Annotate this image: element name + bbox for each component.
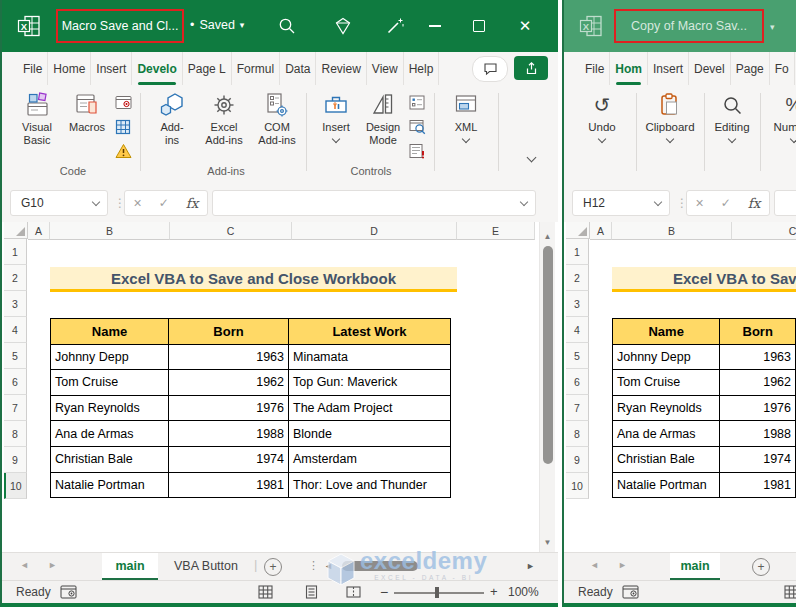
undo-group-button[interactable]: ↺ Undo: [576, 91, 628, 163]
row-header[interactable]: 1: [4, 239, 27, 265]
cell[interactable]: 1963: [720, 344, 796, 370]
zoom-out-button[interactable]: −: [380, 584, 388, 600]
cell[interactable]: 1963: [169, 344, 289, 370]
cell[interactable]: Tom Cruise: [613, 370, 720, 396]
tab-file[interactable]: File: [18, 52, 48, 85]
header-cell[interactable]: Latest Work: [289, 319, 451, 345]
tab-view[interactable]: View: [367, 52, 404, 85]
row-header[interactable]: 8: [566, 421, 589, 447]
properties-button[interactable]: [408, 93, 426, 111]
sheet-nav-right-icon[interactable]: ►: [48, 560, 57, 570]
select-all-corner[interactable]: [566, 222, 590, 239]
row-header[interactable]: 9: [4, 447, 27, 473]
tab-developer[interactable]: Develo: [132, 52, 182, 85]
title-caret-icon[interactable]: ▾: [770, 22, 775, 32]
row-header-active[interactable]: 10: [4, 473, 27, 499]
row-header[interactable]: 4: [566, 317, 589, 343]
row-header[interactable]: 8: [4, 421, 27, 447]
record-macro-button[interactable]: [114, 93, 132, 111]
excel-add-ins-button[interactable]: Excel Add-ins: [198, 91, 250, 163]
cell[interactable]: 1974: [169, 446, 289, 472]
row-header[interactable]: 5: [566, 343, 589, 369]
row-header[interactable]: 10: [566, 473, 589, 499]
tab-home[interactable]: Hom: [610, 52, 648, 85]
column-header[interactable]: C: [732, 222, 796, 240]
fx-icon[interactable]: fx: [748, 195, 761, 211]
header-cell[interactable]: Born: [169, 319, 289, 345]
tab-page-layout[interactable]: Page L: [183, 52, 232, 85]
column-header[interactable]: E: [457, 222, 535, 240]
tab-developer[interactable]: Devel: [689, 52, 731, 85]
row-header[interactable]: 4: [4, 317, 27, 343]
cell[interactable]: 1981: [169, 472, 289, 498]
cell[interactable]: 1974: [720, 446, 796, 472]
add-ins-button[interactable]: Add- ins: [150, 91, 194, 163]
hscroll-right-arrow[interactable]: ►: [526, 561, 535, 571]
number-group-button[interactable]: % Number: [764, 91, 796, 163]
name-box[interactable]: H12: [572, 190, 670, 216]
cell[interactable]: Christian Bale: [51, 446, 169, 472]
row-header[interactable]: 9: [566, 447, 589, 473]
fx-icon[interactable]: fx: [186, 195, 199, 211]
premium-button[interactable]: [328, 12, 358, 40]
cancel-icon[interactable]: ×: [696, 195, 704, 211]
view-normal-icon[interactable]: [784, 585, 796, 602]
design-mode-button[interactable]: Design Mode: [360, 91, 406, 163]
row-header[interactable]: 2: [566, 265, 589, 291]
sheet-nav-left-icon[interactable]: ◄: [590, 560, 599, 570]
column-header[interactable]: C: [170, 222, 292, 240]
cell[interactable]: 1976: [720, 395, 796, 421]
cell[interactable]: 1988: [720, 421, 796, 447]
sheet-tab-main[interactable]: main: [670, 553, 720, 580]
macros-button[interactable]: Macros: [64, 91, 110, 163]
tab-help[interactable]: Help: [404, 52, 440, 85]
collapse-ribbon-button[interactable]: [528, 147, 535, 165]
zoom-level[interactable]: 100%: [508, 585, 539, 599]
com-add-ins-button[interactable]: COM Add-ins: [252, 91, 302, 163]
sheet-title-cell[interactable]: Excel VBA to Save and Close Workbook: [612, 267, 796, 292]
view-normal-icon[interactable]: [258, 585, 273, 602]
row-header[interactable]: 6: [4, 369, 27, 395]
cell[interactable]: Top Gun: Maverick: [289, 370, 451, 396]
relative-references-button[interactable]: [114, 118, 132, 136]
header-cell[interactable]: Name: [51, 319, 169, 345]
cell[interactable]: Ryan Reynolds: [51, 395, 169, 421]
cell[interactable]: 1988: [169, 421, 289, 447]
macro-record-icon[interactable]: [60, 585, 77, 602]
sheet-tab-main[interactable]: main: [102, 553, 158, 580]
tab-page-layout[interactable]: Page: [731, 52, 770, 85]
editing-group-button[interactable]: Editing: [708, 91, 756, 163]
tab-formulas[interactable]: Formul: [232, 52, 280, 85]
tab-insert[interactable]: Insert: [91, 52, 132, 85]
cell[interactable]: Ana de Armas: [613, 421, 720, 447]
view-code-button[interactable]: [408, 118, 426, 136]
header-cell[interactable]: Name: [613, 319, 720, 345]
cell[interactable]: Ana de Armas: [51, 421, 169, 447]
row-header[interactable]: 7: [566, 395, 589, 421]
macro-record-icon[interactable]: [622, 585, 639, 602]
cell[interactable]: Natalie Portman: [51, 472, 169, 498]
sheet-tab-vba-button[interactable]: VBA Button: [162, 553, 250, 578]
column-header[interactable]: A: [590, 222, 612, 240]
zoom-in-button[interactable]: +: [490, 584, 498, 599]
sheet-nav-right-icon[interactable]: ►: [618, 560, 627, 570]
formula-bar-expand-chevron[interactable]: [520, 198, 528, 206]
row-header[interactable]: 3: [566, 291, 589, 317]
tab-insert[interactable]: Insert: [648, 52, 689, 85]
search-button[interactable]: [272, 12, 302, 40]
cell[interactable]: Minamata: [289, 344, 451, 370]
editor-button[interactable]: [380, 12, 410, 40]
insert-controls-button[interactable]: Insert: [314, 91, 358, 163]
cell[interactable]: Tom Cruise: [51, 370, 169, 396]
column-header[interactable]: B: [612, 222, 732, 240]
sheet-nav-left-icon[interactable]: ◄: [20, 560, 29, 570]
save-status[interactable]: • Saved ▾: [190, 18, 244, 32]
cell[interactable]: Christian Bale: [613, 446, 720, 472]
cell[interactable]: 1981: [720, 472, 796, 498]
macro-security-button[interactable]: [114, 142, 132, 160]
enter-check-icon[interactable]: ✓: [159, 196, 169, 210]
view-page-layout-icon[interactable]: [304, 585, 319, 602]
zoom-slider-track[interactable]: [394, 592, 484, 594]
cell[interactable]: Thor: Love and Thunder: [289, 472, 451, 498]
visual-basic-button[interactable]: Visual Basic: [14, 91, 60, 163]
